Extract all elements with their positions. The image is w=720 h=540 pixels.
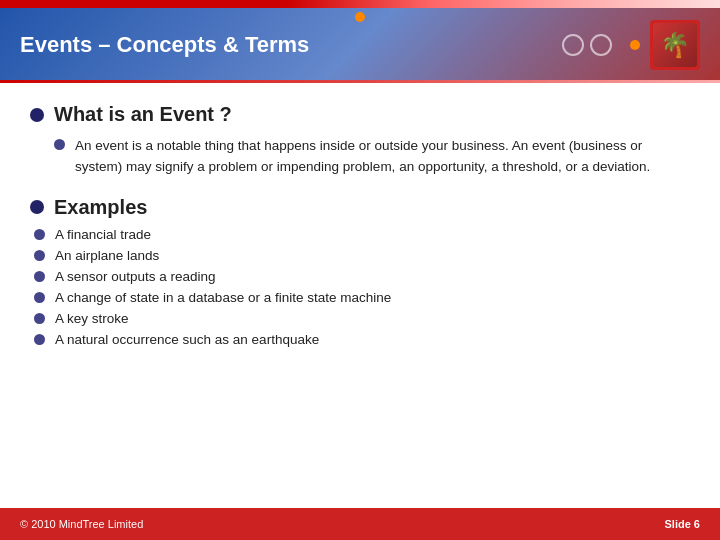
- example-text-2: A sensor outputs a reading: [55, 269, 216, 284]
- bullet-icon-example-5: [34, 334, 45, 345]
- example-text-3: A change of state in a database or a fin…: [55, 290, 391, 305]
- examples-section: Examples A financial tradeAn airplane la…: [30, 196, 690, 353]
- bullet-icon-example-1: [34, 250, 45, 261]
- bullet-icon-example-4: [34, 313, 45, 324]
- example-text-0: A financial trade: [55, 227, 151, 242]
- company-logo: 🌴: [650, 20, 700, 70]
- list-item: A change of state in a database or a fin…: [34, 290, 690, 305]
- event-description: An event is a notable thing that happens…: [75, 136, 690, 178]
- circle-icon-2: [590, 34, 612, 56]
- list-item: A natural occurrence such as an earthqua…: [34, 332, 690, 347]
- logo-inner: 🌴: [653, 23, 697, 67]
- copyright-text: © 2010 MindTree Limited: [20, 518, 143, 530]
- list-item: A financial trade: [34, 227, 690, 242]
- header-circles: [562, 34, 612, 56]
- page-title: Events – Concepts & Terms: [20, 32, 309, 58]
- examples-label: Examples: [54, 196, 147, 219]
- slide: Events – Concepts & Terms 🌴 What is an E…: [0, 0, 720, 540]
- bullet-icon-example-2: [34, 271, 45, 282]
- examples-heading: Examples: [30, 196, 690, 219]
- main-content: What is an Event ? An event is a notable…: [0, 83, 720, 508]
- list-item: An airplane lands: [34, 248, 690, 263]
- bullet-icon-example-0: [34, 229, 45, 240]
- list-item: A key stroke: [34, 311, 690, 326]
- slide-number: Slide 6: [665, 518, 700, 530]
- circle-icon-1: [562, 34, 584, 56]
- footer: © 2010 MindTree Limited Slide 6: [0, 508, 720, 540]
- bullet-icon-what: [30, 108, 44, 122]
- bullet-icon-examples: [30, 200, 44, 214]
- bullet-icon-desc: [54, 139, 65, 150]
- list-item: A sensor outputs a reading: [34, 269, 690, 284]
- bullet-icon-example-3: [34, 292, 45, 303]
- top-bar: [0, 0, 720, 8]
- examples-list: A financial tradeAn airplane landsA sens…: [30, 227, 690, 347]
- example-text-4: A key stroke: [55, 311, 129, 326]
- orange-dot-icon: [630, 40, 640, 50]
- example-text-5: A natural occurrence such as an earthqua…: [55, 332, 319, 347]
- tree-icon: 🌴: [660, 33, 690, 57]
- what-is-event-label: What is an Event ?: [54, 103, 232, 126]
- header: Events – Concepts & Terms 🌴: [0, 8, 720, 80]
- what-is-event-heading: What is an Event ?: [30, 103, 690, 126]
- example-text-1: An airplane lands: [55, 248, 159, 263]
- event-description-block: An event is a notable thing that happens…: [54, 136, 690, 178]
